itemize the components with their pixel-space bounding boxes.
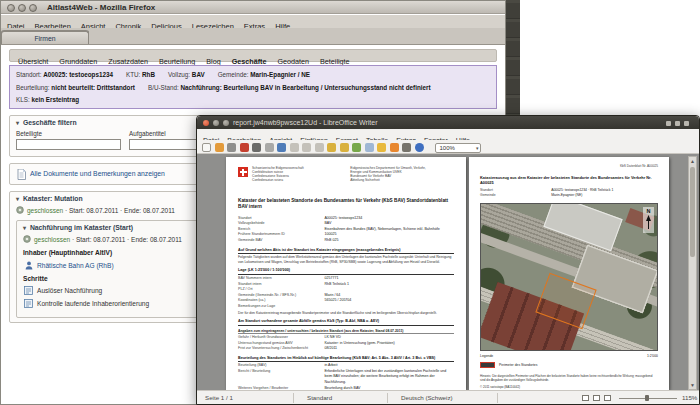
task-form-icon [24, 299, 33, 308]
zoom-combobox[interactable]: 100% [435, 143, 481, 153]
scroll-down-icon[interactable]: ▼ [689, 381, 696, 389]
toolbar-icon[interactable] [302, 143, 311, 152]
collapse-triangle-icon: ▾ [16, 195, 19, 202]
minimize-icon[interactable] [18, 4, 26, 12]
status-gear-icon [16, 206, 24, 214]
info-line-1: Standort: A00025: testoeops1234KTU: RhBV… [16, 69, 490, 82]
katasterauszug-title: Katasterauszug aus dem Kataster der bela… [480, 175, 658, 185]
zoom-slider[interactable] [619, 398, 677, 399]
beteiligte-input[interactable] [16, 139, 121, 150]
scrollbar-thumb[interactable] [690, 167, 695, 257]
doc-line: Lage (LK 1:25'000 / 1:100'000) [238, 268, 454, 274]
beteiligte-label: Beteiligte [16, 130, 42, 137]
close-icon[interactable] [203, 120, 209, 126]
status-gear-icon [23, 235, 31, 243]
toolbar-icon[interactable] [390, 143, 399, 152]
doc-line: Bemerkungen zur Lage [238, 304, 454, 310]
toolbar-icon[interactable] [340, 143, 349, 152]
maximize-icon[interactable] [29, 4, 37, 12]
doc-line: Der für den Katastereintrag massgebende … [238, 311, 454, 316]
department-names: Eidgenössisches Departement für Umwelt, … [350, 166, 454, 182]
aufgabentitel-label: Aufgabentitel [129, 130, 166, 137]
toolbar-icon[interactable] [290, 143, 299, 152]
toolbar-icon[interactable] [277, 143, 286, 152]
toolbar-icon[interactable] [402, 143, 411, 152]
toolbar-icon[interactable] [327, 143, 336, 152]
document-title: Kataster der belasteten Standorte des Bu… [238, 198, 454, 210]
nachfuehrung-header[interactable]: ▾ Nachführung im Kataster (Start) [23, 224, 133, 231]
toolbar-icon[interactable] [227, 143, 236, 152]
info-pair: Standort: A00025: testoeops1234 [16, 71, 113, 78]
federal-header: Schweizerische EidgenossenschaftConfédér… [238, 166, 454, 190]
info-pair: Gemeinde: Marin-Epagnier / NE [218, 71, 310, 78]
toolbar-icon[interactable] [240, 143, 249, 152]
document-body: StandortA00025: testoeops1234 Vollzugsbe… [238, 216, 454, 391]
legend-row: Legende 1:2'000 [480, 354, 658, 358]
minimize-icon[interactable] [213, 120, 219, 126]
toolbar-icon[interactable] [377, 143, 386, 152]
copyright-line: © 2011 swisstopo (BA110042) [480, 385, 658, 389]
book-view-icon[interactable] [604, 395, 611, 401]
confederation-names: Schweizerische EidgenossenschaftConfédér… [252, 166, 349, 182]
doc-line: Gemeinde BAVRhB 025 [238, 238, 454, 244]
schritte-label: Schritte [23, 275, 48, 282]
close-icon[interactable] [7, 4, 15, 12]
toolbar-icon[interactable] [315, 143, 324, 152]
info-line-2: Beurteilung: nicht beurteilt: Drittstand… [16, 82, 490, 95]
perimeter-swatch-icon [480, 362, 495, 368]
tab-strip: SucheStandortPoolsGeschäfteFirmen [1, 28, 505, 45]
step-kontrolle-inhaberorientierung[interactable]: Kontrolle laufende Inhaberorientierung [37, 300, 149, 307]
network-indicator-icon [666, 121, 671, 126]
inhaber-label: Inhaber (Hauptinhaber AltlV) [23, 249, 112, 256]
single-page-view-icon[interactable] [582, 395, 589, 401]
multi-page-view-icon[interactable] [593, 395, 600, 401]
info-pair: Vollzug: BAV [168, 71, 205, 78]
volume-indicator-icon [675, 121, 680, 126]
inhaber-link[interactable]: Rhätische Bahn AG (RhB) [37, 262, 114, 269]
zoom-slider-knob[interactable] [645, 395, 649, 401]
page-style[interactable]: Standard [307, 394, 332, 401]
tab[interactable]: Firmen [1, 31, 89, 44]
firefox-menubar: DateiBearbeitenAnsichtChronikDeliciousLe… [1, 15, 505, 28]
map-note: Hinweis: Die dargestellten Perimeter und… [480, 374, 658, 382]
info-line-3: KLS: kein Ersteintrag [16, 94, 490, 107]
page-indicator: Seite 1 / 1 [205, 394, 233, 401]
step-ausloeser-nachfuehrung[interactable]: Auslöser Nachführung [37, 287, 102, 294]
writer-titlebar[interactable]: report.jw4nwb9pwsce12Ud - LibreOffice Wr… [197, 116, 699, 129]
doc-line: Folgende Tätigkeiten wurden auf dem Werk… [238, 255, 454, 264]
page2-rows: StandortA00025: testoeops1234 · RhB Teil… [480, 188, 658, 199]
writer-window: report.jw4nwb9pwsce12Ud - LibreOffice Wr… [196, 115, 700, 405]
toolbar-icon[interactable] [365, 143, 374, 152]
firefox-window-title: Altlast4Web - Mozilla Firefox [47, 3, 155, 12]
collapse-triangle-icon: ▾ [23, 224, 26, 231]
filter-panel-header[interactable]: ▾ Geschäfte filtern [16, 119, 77, 126]
nachfuehrung-status: geschlossen · Start: 08.07.2011 · Ende: … [34, 236, 182, 243]
firefox-titlebar[interactable]: Altlast4Web - Mozilla Firefox [1, 1, 505, 14]
writer-toolbar: 100% [197, 140, 699, 154]
doc-line: Frist zur Voruntersuchung / Zwischenberi… [238, 346, 454, 352]
all-documents-link[interactable]: Alle Dokumente und Bemerkungen anzeigen [30, 170, 165, 177]
kataster-panel-header[interactable]: ▾ Kataster: Mutation [16, 195, 83, 202]
toolbar-icon[interactable] [215, 143, 224, 152]
writer-statusbar: Seite 1 / 1 Standard Deutsch (Schweiz) 1… [197, 390, 699, 404]
swiss-cross-icon [238, 167, 248, 177]
writer-window-title: report.jw4nwb9pwsce12Ud - LibreOffice Wr… [233, 119, 377, 126]
language-indicator[interactable]: Deutsch (Schweiz) [401, 394, 453, 401]
doc-line: Am Standort vorhandene gesamte Abfälle g… [238, 319, 454, 325]
toolbar-icon[interactable] [252, 143, 261, 152]
document-icon [17, 169, 26, 180]
zoom-percentage[interactable]: 115% [682, 394, 697, 401]
toolbar-icon[interactable] [265, 143, 274, 152]
toolbar-icon[interactable] [202, 143, 211, 152]
maximize-icon[interactable] [223, 120, 229, 126]
vertical-scrollbar[interactable]: ▲ ▼ [688, 156, 697, 390]
scroll-up-icon[interactable]: ▲ [689, 157, 696, 165]
toolbar-icon[interactable] [415, 143, 424, 152]
doc-line: Bericht / BeurteilungErforderliche Unter… [238, 369, 454, 386]
collapse-triangle-icon: ▾ [16, 119, 19, 126]
doc-line: Auf Grund welchen Akts ist der Standort … [238, 248, 454, 254]
document-page-1: Schweizerische EidgenossenschaftConfédér… [226, 157, 466, 390]
task-form-icon [24, 286, 33, 295]
info-pair: B/U-Stand: Nachführung: Beurteilung BAV … [148, 84, 431, 91]
toolbar-icon[interactable] [352, 143, 361, 152]
